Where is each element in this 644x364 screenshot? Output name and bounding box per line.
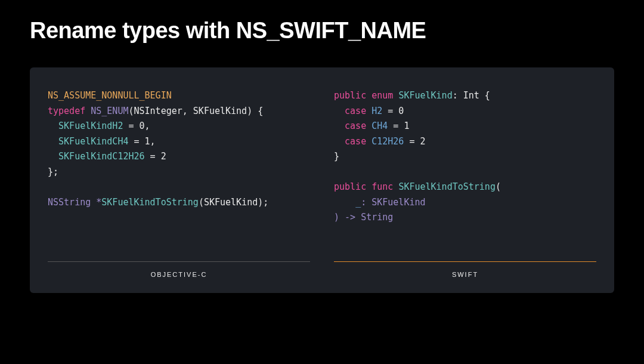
objc-code: NS_ASSUME_NONNULL_BEGIN typedef NS_ENUM(… bbox=[48, 88, 310, 255]
enum-kw: enum bbox=[371, 90, 393, 101]
case-name: C12H26 bbox=[371, 136, 404, 147]
enum-case: SKFuelKindH2 bbox=[58, 121, 123, 131]
enum-val: = 0, bbox=[123, 121, 150, 131]
objc-column: NS_ASSUME_NONNULL_BEGIN typedef NS_ENUM(… bbox=[48, 88, 310, 278]
return-type: NSString * bbox=[48, 197, 101, 208]
func-kw: func bbox=[371, 181, 393, 192]
arg-type: : SKFuelKind bbox=[361, 197, 425, 208]
enum-close: }; bbox=[48, 166, 58, 177]
return-sig: ) -> String bbox=[334, 212, 393, 223]
typedef-kw: typedef bbox=[48, 106, 85, 116]
type-sig: : Int { bbox=[453, 90, 490, 101]
fn-open: ( bbox=[496, 181, 501, 192]
case-kw: case bbox=[345, 136, 366, 147]
code-panel: NS_ASSUME_NONNULL_BEGIN typedef NS_ENUM(… bbox=[30, 67, 614, 293]
page-title: Rename types with NS_SWIFT_NAME bbox=[30, 18, 614, 44]
public-kw: public bbox=[334, 90, 366, 101]
case-name: CH4 bbox=[371, 121, 388, 131]
case-kw: case bbox=[345, 106, 366, 116]
type-name: SKFuelKind bbox=[398, 90, 452, 101]
lang-label-objc: OBJECTIVE-C bbox=[48, 262, 310, 278]
lang-label-swift: SWIFT bbox=[334, 262, 596, 278]
enum-close: } bbox=[334, 151, 339, 162]
nsenum-kw: NS_ENUM bbox=[91, 106, 128, 116]
enum-val: = 2 bbox=[145, 151, 166, 162]
enum-args: (NSInteger, SKFuelKind) { bbox=[128, 106, 263, 116]
arg-label: _ bbox=[355, 197, 361, 208]
case-name: H2 bbox=[371, 106, 382, 116]
enum-val: = 1, bbox=[128, 136, 155, 147]
fn-name: SKFuelKindToString bbox=[101, 197, 199, 208]
case-val: = 0 bbox=[382, 106, 404, 116]
case-val: = 1 bbox=[388, 121, 409, 131]
case-kw: case bbox=[345, 121, 366, 131]
enum-case: SKFuelKindC12H26 bbox=[58, 151, 145, 162]
macro: NS_ASSUME_NONNULL_BEGIN bbox=[48, 90, 172, 101]
public-kw: public bbox=[334, 181, 366, 192]
fn-args: (SKFuelKind); bbox=[199, 197, 268, 208]
slide: Rename types with NS_SWIFT_NAME NS_ASSUM… bbox=[0, 0, 644, 311]
swift-code: public enum SKFuelKind: Int { case H2 = … bbox=[334, 88, 596, 255]
case-val: = 2 bbox=[404, 136, 425, 147]
swift-column: public enum SKFuelKind: Int { case H2 = … bbox=[334, 88, 596, 278]
fn-name: SKFuelKindToString bbox=[398, 181, 496, 192]
enum-case: SKFuelKindCH4 bbox=[58, 136, 128, 147]
